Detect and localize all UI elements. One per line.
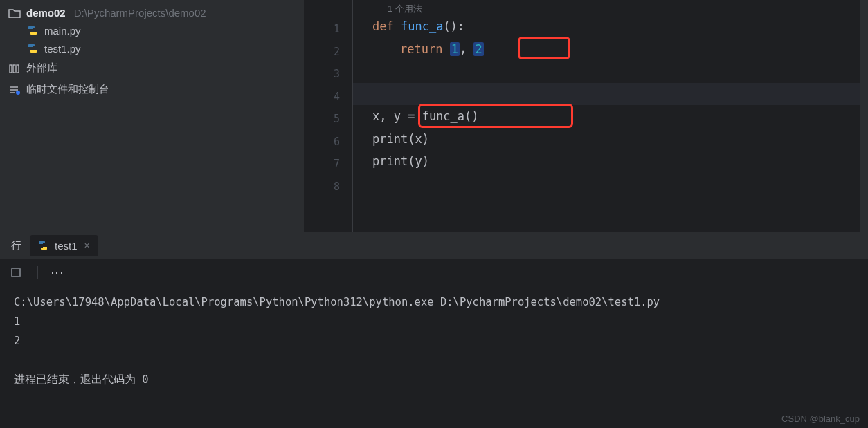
toolbar-divider	[37, 266, 38, 279]
scratches-consoles-item[interactable]: 临时文件和控制台	[0, 79, 304, 100]
code-line-8[interactable]	[353, 173, 868, 196]
external-libraries-item[interactable]: 外部库	[0, 57, 304, 79]
code-line-2[interactable]: return 1, 2	[353, 38, 868, 61]
console-line: C:\Users\17948\AppData\Local\Programs\Py…	[14, 292, 854, 312]
line-number[interactable]: 2	[305, 41, 352, 64]
line-number[interactable]: 3	[305, 63, 352, 86]
usage-hint[interactable]: 1 个用法	[353, 3, 422, 17]
folder-icon	[8, 8, 21, 18]
editor-gutter: 1 2 3 4 5 6 7 8	[305, 0, 353, 232]
project-name: demo02	[26, 7, 66, 19]
code-line-4[interactable]	[353, 83, 868, 106]
project-sidebar: demo02 D:\PycharmProjects\demo02 main.py…	[0, 0, 305, 232]
console-exit-line: 进程已结束，退出代码为 0	[14, 370, 854, 389]
svg-point-6	[16, 91, 20, 95]
python-file-icon	[26, 24, 39, 37]
code-line-1[interactable]: def func_a():	[353, 15, 868, 38]
library-icon	[8, 63, 21, 74]
svg-rect-1	[13, 65, 15, 73]
run-panel-label: 行	[6, 239, 27, 252]
editor-scrollbar[interactable]	[860, 0, 868, 232]
run-tab-test1[interactable]: test1 ×	[30, 235, 98, 256]
close-icon[interactable]: ×	[83, 240, 91, 251]
project-root-row[interactable]: demo02 D:\PycharmProjects\demo02	[0, 4, 304, 21]
console-line	[14, 351, 854, 370]
scratch-label: 临时文件和控制台	[26, 83, 109, 96]
code-line-6[interactable]: print(x)	[353, 128, 868, 151]
line-number[interactable]: 1	[305, 18, 352, 41]
line-number[interactable]: 5	[305, 108, 352, 131]
python-file-icon	[37, 239, 49, 252]
file-label: main.py	[44, 25, 81, 37]
code-line-3[interactable]	[353, 60, 868, 83]
project-file-test1[interactable]: test1.py	[0, 39, 304, 57]
code-line-5[interactable]: x, y = func_a()	[353, 105, 868, 128]
project-path: D:\PycharmProjects\demo02	[74, 7, 206, 19]
run-toolbar: ⋮	[0, 259, 868, 287]
line-number[interactable]: 4	[305, 86, 352, 109]
code-editor[interactable]: 1 个用法 1 2 3 4 5 6 7 8 def func_a(): retu…	[305, 0, 868, 232]
console-line: 1	[14, 312, 854, 331]
project-file-main[interactable]: main.py	[0, 21, 304, 39]
line-number[interactable]: 8	[305, 176, 352, 198]
more-actions-icon[interactable]: ⋮	[55, 267, 60, 278]
code-line-7[interactable]: print(y)	[353, 150, 868, 173]
svg-rect-0	[10, 65, 12, 73]
console-line: 2	[14, 331, 854, 351]
scratch-icon	[8, 84, 21, 95]
run-tab-bar: 行 test1 ×	[0, 232, 868, 259]
run-tab-label: test1	[55, 240, 78, 252]
code-text-area[interactable]: def func_a(): return 1, 2 x, y = func_a(…	[353, 0, 868, 232]
console-output[interactable]: C:\Users\17948\AppData\Local\Programs\Py…	[0, 287, 868, 428]
line-number[interactable]: 6	[305, 131, 352, 153]
file-label: test1.py	[44, 43, 81, 55]
external-libs-label: 外部库	[26, 62, 57, 75]
stop-button[interactable]	[11, 268, 21, 277]
line-number[interactable]: 7	[305, 153, 352, 176]
svg-rect-2	[17, 65, 19, 73]
run-tool-window: 行 test1 × ⋮ C:\Users\17948\AppData\Local…	[0, 232, 868, 428]
python-file-icon	[26, 42, 39, 55]
watermark: CSDN @blank_cup	[781, 413, 860, 424]
